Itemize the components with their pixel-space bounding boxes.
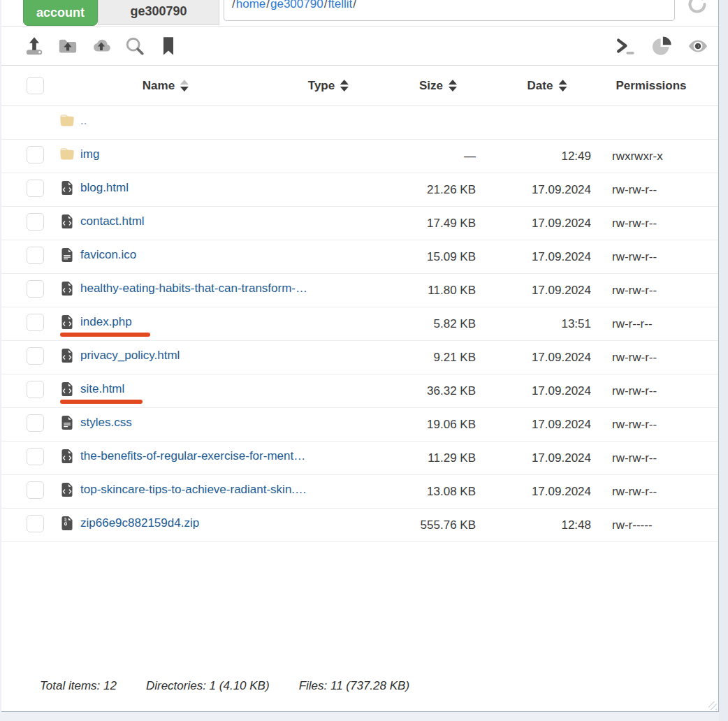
file-name-link[interactable]: the-benefits-of-regular-exercise-for-men… <box>80 449 305 463</box>
permissions-cell: rwxrwxr-x <box>591 150 703 163</box>
table-row: privacy_policy.html 9.21 KB 17.09.2024 r… <box>1 341 718 374</box>
table-row: healthy-eating-habits-that-can-transform… <box>1 274 718 307</box>
date-cell: 17.09.2024 <box>476 384 591 398</box>
size-cell: 15.09 KB <box>385 250 476 264</box>
date-cell: 17.09.2024 <box>476 284 591 298</box>
select-all-checkbox[interactable] <box>27 77 44 94</box>
path-segment-link[interactable]: ftellit <box>328 0 352 11</box>
column-header-size[interactable]: Size <box>419 79 457 93</box>
permissions-cell: rw-r----- <box>591 518 703 532</box>
size-cell: 13.08 KB <box>385 485 476 499</box>
file-code-icon <box>60 214 74 228</box>
permissions-cell: rw-rw-r-- <box>591 384 703 398</box>
permissions-cell: rw-rw-r-- <box>591 217 703 231</box>
folder-icon <box>60 147 74 161</box>
row-checkbox[interactable] <box>27 280 44 298</box>
file-text-icon <box>60 248 74 262</box>
permissions-cell: rw-rw-r-- <box>591 485 703 499</box>
file-name-link[interactable]: .. <box>80 114 87 128</box>
table-row: index.php 5.82 KB 13:51 rw-r--r-- <box>1 307 718 341</box>
date-cell: 17.09.2024 <box>476 183 591 197</box>
sort-icon <box>558 80 567 92</box>
directories-label: Directories: 1 (4.10 KB) <box>146 679 270 693</box>
column-header-date[interactable]: Date <box>527 79 567 93</box>
row-checkbox[interactable] <box>27 481 44 499</box>
folder-icon <box>60 114 74 128</box>
username-tab[interactable]: ge300790 <box>98 0 219 25</box>
toolbar <box>1 27 718 66</box>
pie-chart-icon[interactable] <box>651 36 672 57</box>
folder-upload-icon[interactable] <box>57 36 78 57</box>
row-checkbox[interactable] <box>27 314 44 331</box>
date-cell: 17.09.2024 <box>476 217 591 231</box>
account-tab[interactable]: account <box>23 0 98 26</box>
path-segment-link[interactable]: ge300790 <box>270 0 323 11</box>
column-header-name[interactable]: Name <box>143 79 189 93</box>
path-separator: / <box>324 0 328 11</box>
row-checkbox[interactable] <box>27 414 44 432</box>
upload-icon[interactable] <box>24 36 45 57</box>
row-checkbox[interactable] <box>27 515 44 532</box>
file-name-link[interactable]: site.html <box>80 382 124 396</box>
file-name-link[interactable]: favicon.ico <box>80 248 136 262</box>
table-header: NameTypeSizeDatePermissions <box>1 66 718 106</box>
file-name-link[interactable]: styles.css <box>80 416 132 430</box>
column-header-type[interactable]: Type <box>308 79 349 93</box>
file-name-link[interactable]: index.php <box>80 315 132 329</box>
file-code-icon <box>60 483 74 497</box>
permissions-cell: rw-rw-r-- <box>591 284 703 298</box>
files-label: Files: 11 (737.28 KB) <box>299 679 409 693</box>
scrollbar-track[interactable] <box>719 0 728 721</box>
file-code-icon <box>60 382 74 396</box>
date-cell: 13:51 <box>476 317 591 331</box>
red-annotation-underline <box>60 333 150 337</box>
file-name-link[interactable]: healthy-eating-habits-that-can-transform… <box>80 282 307 296</box>
bookmark-icon[interactable] <box>158 36 179 57</box>
column-header-permissions: Permissions <box>616 79 686 93</box>
file-name-link[interactable]: contact.html <box>80 214 145 228</box>
row-checkbox[interactable] <box>27 381 44 398</box>
table-row: img — 12:49 rwxrwxr-x <box>1 140 718 173</box>
cloud-upload-icon[interactable] <box>91 36 112 57</box>
file-code-icon <box>60 282 74 296</box>
file-zip-icon <box>60 516 74 530</box>
row-checkbox[interactable] <box>27 448 44 465</box>
file-name-link[interactable]: top-skincare-tips-to-achieve-radiant-ski… <box>80 483 307 497</box>
row-checkbox[interactable] <box>27 213 44 231</box>
size-cell: 19.06 KB <box>385 418 476 432</box>
row-checkbox[interactable] <box>27 180 44 197</box>
size-cell: 11.29 KB <box>385 451 476 465</box>
toolbar-right <box>615 36 718 57</box>
search-icon[interactable] <box>124 36 145 57</box>
table-row: blog.html 21.26 KB 17.09.2024 rw-rw-r-- <box>1 173 718 207</box>
size-cell: — <box>385 150 476 163</box>
resize-grip-icon <box>708 701 717 710</box>
file-name-link[interactable]: privacy_policy.html <box>80 349 180 363</box>
size-cell: 36.32 KB <box>385 384 476 398</box>
path-input[interactable]: /home/ge300790/ftellit/ <box>224 0 675 21</box>
terminal-icon[interactable] <box>615 36 636 57</box>
file-name-link[interactable]: blog.html <box>80 181 129 195</box>
file-code-icon <box>60 449 74 463</box>
eye-icon[interactable] <box>687 36 708 57</box>
date-cell: 17.09.2024 <box>476 451 591 465</box>
path-segment-link[interactable]: home <box>236 0 266 11</box>
file-name-link[interactable]: img <box>80 147 99 161</box>
row-checkbox[interactable] <box>27 146 44 163</box>
table-row: favicon.ico 15.09 KB 17.09.2024 rw-rw-r-… <box>1 240 718 274</box>
file-list: .. img — 12:49 rwxrwxr-x blog.html 21.26… <box>1 106 718 542</box>
refresh-icon[interactable] <box>686 0 708 15</box>
table-row: site.html 36.32 KB 17.09.2024 rw-rw-r-- <box>1 374 718 408</box>
path-separator: / <box>232 0 235 11</box>
file-code-icon <box>60 315 74 329</box>
row-checkbox[interactable] <box>27 247 44 264</box>
file-text-icon <box>60 416 74 430</box>
permissions-cell: rw-r--r-- <box>591 317 703 331</box>
permissions-cell: rw-rw-r-- <box>591 451 703 465</box>
size-cell: 555.76 KB <box>385 518 476 532</box>
date-cell: 17.09.2024 <box>476 250 591 264</box>
file-name-link[interactable]: zip66e9c882159d4.zip <box>80 516 199 530</box>
file-manager-panel: account ge300790 /home/ge300790/ftellit/… <box>1 0 719 712</box>
row-checkbox[interactable] <box>27 347 44 365</box>
date-cell: 12:48 <box>476 518 591 532</box>
